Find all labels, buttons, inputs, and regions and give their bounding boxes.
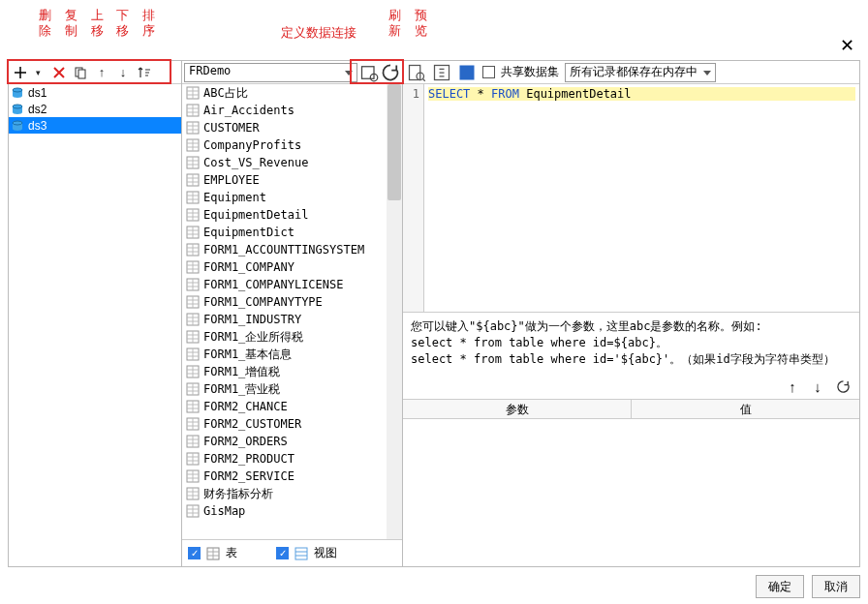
table-item[interactable]: EMPLOYEE bbox=[182, 171, 402, 189]
table-item[interactable]: FORM1_ACCOUNTTINGSYSTEM bbox=[182, 241, 402, 258]
dataset-label: ds3 bbox=[28, 119, 46, 133]
add-dropdown-icon[interactable]: ▾ bbox=[30, 65, 46, 80]
table-label: FORM1_COMPANY bbox=[203, 260, 294, 274]
table-checkbox-label: 表 bbox=[226, 545, 237, 561]
table-label: FORM2_CHANCE bbox=[203, 400, 288, 413]
param-header-name: 参数 bbox=[403, 400, 632, 418]
database-icon bbox=[11, 120, 24, 132]
hint-line-2: select * from table where id=${abc}。 bbox=[411, 335, 852, 351]
table-item[interactable]: CUSTOMER bbox=[182, 119, 402, 136]
table-label: FORM1_INDUSTRY bbox=[203, 313, 301, 326]
svg-rect-36 bbox=[295, 548, 307, 559]
move-down-button[interactable]: ↓ bbox=[115, 65, 131, 80]
table-label: 财务指标分析 bbox=[203, 486, 273, 502]
share-checkbox[interactable] bbox=[482, 66, 495, 78]
table-item[interactable]: FORM2_CHANCE bbox=[182, 398, 402, 415]
table-icon bbox=[186, 504, 200, 518]
params-button[interactable] bbox=[432, 63, 451, 82]
svg-rect-40 bbox=[460, 65, 475, 79]
table-item[interactable]: FORM2_ORDERS bbox=[182, 433, 402, 450]
add-dataset-button[interactable] bbox=[13, 65, 28, 80]
close-icon[interactable]: ✕ bbox=[840, 35, 854, 56]
move-up-button[interactable]: ↑ bbox=[94, 65, 109, 80]
table-item[interactable]: ABC占比 bbox=[182, 84, 402, 102]
table-item[interactable]: FORM1_企业所得税 bbox=[182, 328, 402, 346]
preview-button[interactable] bbox=[407, 63, 426, 82]
table-item[interactable]: FORM1_营业税 bbox=[182, 380, 402, 398]
view-type-icon bbox=[294, 547, 308, 560]
copy-button[interactable] bbox=[73, 65, 88, 80]
table-item[interactable]: GisMap bbox=[182, 502, 402, 520]
share-label: 共享数据集 bbox=[501, 64, 559, 80]
table-label: Air_Accidents bbox=[203, 104, 294, 117]
dataset-item[interactable]: ds1 bbox=[9, 84, 181, 101]
table-icon bbox=[186, 226, 200, 239]
table-list[interactable]: ABC占比Air_AccidentsCUSTOMERCompanyProfits… bbox=[182, 84, 402, 539]
sql-panel: 共享数据集 所有记录都保存在内存中 1 SELECT * FROM Equipm… bbox=[403, 60, 860, 567]
sql-editor[interactable]: 1 SELECT * FROM EquipmentDetail bbox=[403, 84, 859, 313]
table-label: EquipmentDetail bbox=[203, 208, 308, 222]
sort-button[interactable] bbox=[137, 65, 152, 80]
annot-delete: 删 除 bbox=[39, 8, 51, 39]
memory-select[interactable]: 所有记录都保存在内存中 bbox=[565, 63, 716, 82]
table-label: EMPLOYEE bbox=[203, 173, 260, 187]
table-item[interactable]: Cost_VS_Revenue bbox=[182, 154, 402, 171]
table-label: CompanyProfits bbox=[203, 138, 301, 152]
delete-button[interactable] bbox=[51, 65, 67, 80]
connection-select[interactable]: FRDemo bbox=[184, 63, 357, 82]
table-label: FORM1_COMPANYLICENSE bbox=[203, 278, 344, 291]
table-icon bbox=[186, 278, 200, 291]
table-item[interactable]: FORM2_SERVICE bbox=[182, 468, 402, 485]
view-checkbox[interactable]: ✓ bbox=[276, 547, 289, 559]
ok-button[interactable]: 确定 bbox=[756, 575, 804, 598]
sql-icon[interactable] bbox=[457, 63, 477, 82]
table-item[interactable]: FORM1_基本信息 bbox=[182, 346, 402, 363]
table-item[interactable]: FORM1_增值税 bbox=[182, 363, 402, 380]
database-icon bbox=[11, 87, 24, 99]
dataset-panel: ▾ ↑ ↓ ds1ds2ds3 bbox=[8, 60, 182, 567]
table-item[interactable]: Equipment bbox=[182, 189, 402, 206]
table-label: ABC占比 bbox=[203, 85, 248, 102]
table-icon bbox=[186, 243, 200, 257]
table-icon bbox=[186, 260, 200, 274]
table-icon bbox=[186, 435, 200, 448]
param-grid[interactable]: 参数 值 bbox=[403, 399, 859, 566]
refresh-button[interactable] bbox=[381, 63, 400, 82]
table-item[interactable]: FORM2_PRODUCT bbox=[182, 450, 402, 468]
param-down-button[interactable]: ↓ bbox=[809, 378, 826, 395]
define-connection-button[interactable] bbox=[359, 63, 379, 82]
param-header-value: 值 bbox=[632, 400, 859, 418]
param-refresh-button[interactable] bbox=[834, 378, 852, 395]
table-icon bbox=[186, 330, 200, 344]
table-label: Equipment bbox=[203, 191, 266, 204]
table-item[interactable]: FORM1_COMPANYLICENSE bbox=[182, 276, 402, 293]
annot-up: 上 移 bbox=[91, 8, 104, 39]
table-item[interactable]: FORM1_COMPANYTYPE bbox=[182, 293, 402, 311]
table-item[interactable]: Air_Accidents bbox=[182, 102, 402, 119]
table-checkbox[interactable]: ✓ bbox=[188, 547, 201, 559]
table-item[interactable]: 财务指标分析 bbox=[182, 485, 402, 502]
table-label: FORM1_增值税 bbox=[203, 364, 280, 380]
cancel-button[interactable]: 取消 bbox=[812, 575, 860, 598]
table-item[interactable]: FORM1_INDUSTRY bbox=[182, 311, 402, 328]
table-label: Cost_VS_Revenue bbox=[203, 156, 308, 169]
table-label: FORM2_CUSTOMER bbox=[203, 417, 301, 431]
table-item[interactable]: CompanyProfits bbox=[182, 136, 402, 154]
annot-down: 下 移 bbox=[116, 8, 129, 39]
dataset-item[interactable]: ds2 bbox=[9, 101, 181, 117]
table-icon bbox=[186, 138, 200, 152]
table-item[interactable]: FORM2_CUSTOMER bbox=[182, 415, 402, 433]
param-up-button[interactable]: ↑ bbox=[784, 378, 801, 395]
table-item[interactable]: EquipmentDict bbox=[182, 224, 402, 241]
table-panel: FRDemo ABC占比Air_AccidentsCUSTOMERCompany… bbox=[182, 60, 403, 567]
dataset-item[interactable]: ds3 bbox=[9, 117, 181, 134]
scrollbar[interactable] bbox=[387, 84, 402, 539]
table-icon bbox=[186, 86, 200, 100]
table-item[interactable]: FORM1_COMPANY bbox=[182, 258, 402, 276]
table-item[interactable]: EquipmentDetail bbox=[182, 206, 402, 224]
dataset-label: ds1 bbox=[28, 86, 46, 100]
table-label: FORM1_基本信息 bbox=[203, 347, 292, 363]
table-icon bbox=[186, 208, 200, 222]
line-gutter: 1 bbox=[403, 84, 424, 312]
table-icon bbox=[186, 469, 200, 483]
